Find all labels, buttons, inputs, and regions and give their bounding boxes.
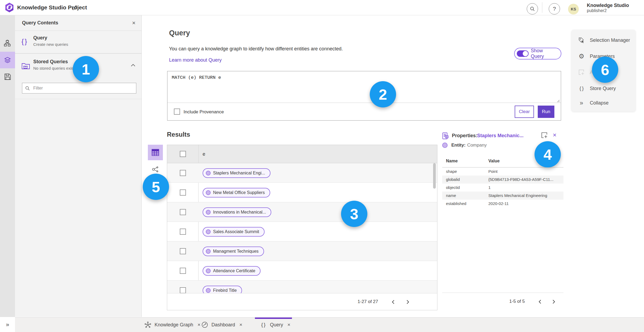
property-value: Staplers Mechanical Engineering [488,193,547,198]
close-tab-icon[interactable]: × [196,321,202,328]
entity-chip[interactable]: New Metal Office Suppliers [203,188,270,197]
entity-dot-icon [206,190,211,195]
selection-manager-icon [578,37,585,44]
row-checkbox[interactable] [180,209,186,215]
entity-chip[interactable]: Attendance Certificate [203,266,261,276]
table-view-button[interactable] [148,145,163,160]
results-title: Results [167,131,190,138]
query-text-input[interactable]: MATCH (e) RETURN e [167,71,561,102]
sidebar-item-query[interactable]: { } Query Create new queries [15,31,141,54]
annotation-circle-1: 1 [73,56,99,82]
row-checkbox[interactable] [180,170,186,176]
next-page-icon[interactable] [404,298,412,306]
property-name: shape [446,169,457,174]
table-row[interactable]: Staplers Mechanical Engi... [167,163,437,183]
entity-chip-label: Attendance Certificate [213,268,255,273]
query-tab-icon: { } [260,321,267,328]
learn-more-link[interactable]: Learn more about Query [169,57,222,63]
clear-button[interactable]: Clear [515,106,534,118]
close-properties-icon[interactable]: × [553,132,557,138]
dashboard-icon [201,321,208,328]
property-row: established 2020-02-11 [442,200,564,208]
select-all-checkbox[interactable] [180,151,186,157]
property-value: {5D9B4713-F98D-4A53-A59F-C11... [488,177,553,182]
row-checkbox[interactable] [180,189,186,196]
toggle-track[interactable] [517,50,529,57]
help-button[interactable]: ? [549,3,560,14]
tool-label: Selection Manager [590,38,630,43]
entity-dot-icon [206,288,211,293]
prev-page-icon[interactable] [536,298,544,305]
resize-handle-icon[interactable] [556,99,560,102]
collapse-item[interactable]: » Collapse [572,98,635,108]
close-tab-icon[interactable]: × [238,321,243,328]
next-page-icon[interactable] [550,298,558,305]
entity-type: Company [467,143,487,148]
table-row[interactable]: New Metal Office Suppliers [167,183,437,202]
table-view-icon [152,149,159,156]
close-panel-icon[interactable]: × [131,19,137,27]
results-column-header: e [203,151,205,157]
row-checkbox[interactable] [180,287,186,293]
collapse-icon: » [578,99,585,106]
entity-chip[interactable]: Firebird Title [203,286,242,294]
results-scrollbar[interactable] [433,163,436,189]
tab-knowledge-graph[interactable]: Knowledge Graph × [144,318,202,332]
show-query-label: Show Query [531,48,557,59]
user-info[interactable]: Knowledge Studio publisher2 [587,3,629,13]
results-rows: Staplers Mechanical Engi... New Metal Of… [167,163,437,294]
properties-entity-link[interactable]: Staplers Mechanic... [477,133,524,139]
tab-label: Query [270,322,283,328]
table-row[interactable]: Sales Associate Summit [167,222,437,241]
add-to-selection-icon[interactable] [541,132,548,139]
save-rail-button[interactable] [0,68,15,85]
user-avatar[interactable]: KS [568,4,579,14]
tab-dashboard[interactable]: Dashboard × [201,318,243,332]
sidebar-item-title: Stored Queries [33,59,68,65]
data-model-icon [4,40,11,47]
entity-chip[interactable]: Staplers Mechanical Engi... [203,168,270,178]
search-button[interactable] [527,3,538,14]
collapse-section-icon[interactable] [131,64,136,67]
layers-icon [4,57,11,64]
table-row[interactable]: Managment Techniques [167,241,437,261]
data-model-rail-button[interactable] [0,35,15,52]
run-button[interactable]: Run [538,106,554,118]
include-provenance-checkbox[interactable] [174,109,180,115]
annotation-circle-2: 2 [370,81,396,107]
entity-chip-label: Staplers Mechanical Engi... [213,171,265,176]
properties-icon [442,132,449,139]
query-contents-rail-button[interactable] [0,52,15,68]
link-chart-view-button[interactable] [149,164,161,175]
entity-dot-icon [206,210,211,215]
prev-page-icon[interactable] [389,298,397,306]
close-tab-icon[interactable]: × [286,321,291,328]
row-checkbox[interactable] [180,229,186,235]
edit-title-icon[interactable] [72,4,78,11]
entity-chip[interactable]: Sales Associate Summit [203,227,265,237]
filter-field[interactable] [22,83,136,94]
app-logo-icon[interactable] [5,2,14,13]
table-row[interactable]: Innovations in Mechanical... [167,202,437,222]
entity-chip[interactable]: Managment Techniques [203,247,264,256]
expand-rail-button[interactable]: » [0,318,15,331]
property-value: 1 [488,185,491,190]
entity-chip[interactable]: Innovations in Mechanical... [203,207,271,217]
show-query-toggle[interactable]: Show Query [514,48,561,59]
column-name: Name [446,159,458,163]
table-row[interactable]: Attendance Certificate [167,261,437,281]
table-row[interactable]: Firebird Title [167,281,437,294]
store-query-item[interactable]: { } Store Query [572,83,635,94]
row-checkbox[interactable] [180,248,186,254]
entity-dot-icon [206,229,211,234]
entity-chip-label: Managment Techniques [213,249,259,254]
toggle-knob [523,51,528,56]
panel-header: Query Contents × [15,15,141,31]
expand-rail-icon: » [6,321,9,328]
entity-dot-icon [206,268,211,273]
tab-query-active[interactable]: { } Query × [260,318,291,332]
selection-manager-item[interactable]: Selection Manager [572,35,635,46]
filter-input[interactable] [33,85,133,91]
row-checkbox[interactable] [180,268,186,274]
tool-label: Store Query [590,86,616,91]
